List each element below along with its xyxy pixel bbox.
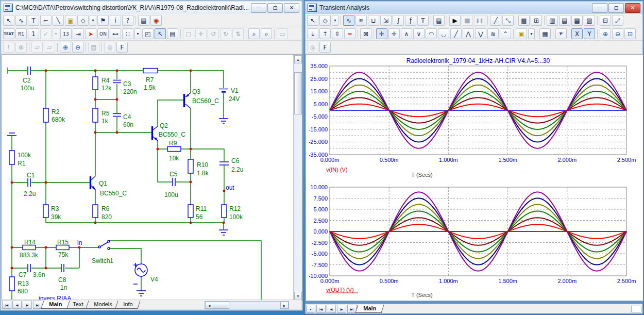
text-tool-icon[interactable]: T <box>417 15 429 26</box>
p-key-button[interactable]: 'P' <box>555 28 567 39</box>
properties-button[interactable]: ▤ <box>433 15 445 26</box>
step-plot-button[interactable]: ∫ <box>393 15 404 26</box>
pin-connections-button[interactable]: ⇥ <box>73 28 84 39</box>
component-c8[interactable] <box>61 264 64 272</box>
component-r6[interactable] <box>93 205 98 218</box>
next-sheet-button[interactable]: ▶ <box>23 301 32 309</box>
power-state-button[interactable]: ON <box>97 28 109 39</box>
bottom-envelope-button[interactable]: ⋁ <box>475 28 486 39</box>
trace-legend[interactable]: v(IN) (V) <box>326 167 348 173</box>
component-c2[interactable] <box>28 67 30 75</box>
schematic-canvas[interactable]: C2 100u R2 680k R4 12k C3 220n R5 1k C4 … <box>2 54 302 301</box>
peak-button[interactable]: ∧ <box>401 28 412 39</box>
valley-button[interactable]: ∨ <box>413 28 425 39</box>
top-envelope-button[interactable]: ⋀ <box>463 28 474 39</box>
ortho-wire-tool-icon[interactable]: ⌐ <box>40 15 52 26</box>
component-c5[interactable] <box>173 178 175 186</box>
zoom-in-button[interactable]: ⊕ <box>60 42 71 53</box>
scroll-up-button[interactable]: ▲ <box>294 55 302 63</box>
numeric-table-button[interactable]: ▦ <box>539 28 551 39</box>
scroll-right-button[interactable]: ▶ <box>280 302 289 309</box>
high-button[interactable]: ◠ <box>426 28 437 39</box>
scroll-grip[interactable] <box>631 306 641 312</box>
page-border-button[interactable]: ◰ <box>142 28 154 39</box>
polyline-tool-icon[interactable]: ⤡ <box>502 15 514 26</box>
horizontal-scrollbar[interactable]: ◀ ▶ <box>205 301 289 309</box>
component-r9[interactable] <box>167 147 181 152</box>
node-voltages-button[interactable]: 13 <box>60 28 72 39</box>
pattern-select-button[interactable]: ▩ <box>518 15 530 26</box>
shape-tool-dropdown[interactable]: ▾ <box>90 15 96 26</box>
function-button[interactable]: ƒ <box>405 15 416 26</box>
component-r1[interactable] <box>9 151 14 164</box>
component-r10[interactable] <box>188 159 193 173</box>
data-point-button[interactable]: ✛ <box>376 28 387 39</box>
find-small-button[interactable]: ⌕ <box>248 28 260 39</box>
prev-sheet-button[interactable]: ◀ <box>12 301 22 309</box>
tab-main[interactable]: Main <box>41 301 70 309</box>
pattern-grid-button[interactable]: ⊞ <box>531 15 542 26</box>
schematic-drawing[interactable]: C2 100u R2 680k R4 12k C3 220n R5 1k C4 … <box>2 55 294 301</box>
y-scale-button[interactable]: Y <box>584 28 595 39</box>
first-page-button[interactable]: |◀ <box>316 305 326 313</box>
tag-button[interactable]: ▣ <box>516 28 527 39</box>
flag-tool-icon[interactable]: ⚑ <box>97 15 109 26</box>
select-tool-icon[interactable]: ↖ <box>3 15 14 26</box>
x-scale-button[interactable]: X <box>571 28 583 39</box>
component-r3[interactable] <box>43 205 48 218</box>
global-extreme-button[interactable]: ⌃ <box>500 28 511 39</box>
component-q1[interactable] <box>90 176 95 190</box>
prev-page-button[interactable]: ◀ <box>327 305 336 313</box>
schematic-titlebar[interactable]: C:\MC9\DATA\Petrov\switching distortion\… <box>2 2 301 14</box>
vertical-scrollbar[interactable]: ▲ ▼ <box>293 55 302 301</box>
grid-dropdown[interactable]: ▾ <box>134 28 141 39</box>
component-box-tool-icon[interactable]: ▣ <box>65 15 76 26</box>
current-direction-button[interactable]: ➤ <box>85 28 96 39</box>
component-r12[interactable] <box>222 205 227 218</box>
component-c7[interactable] <box>28 264 30 272</box>
analysis-plot-button[interactable]: ∿ <box>343 15 354 26</box>
scroll-left-button[interactable]: ◀ <box>205 302 213 309</box>
attribute-text-button[interactable]: R1 <box>15 28 27 39</box>
font-button[interactable]: F <box>319 42 331 53</box>
select-tool-icon[interactable]: ↖ <box>307 15 318 26</box>
maximize-button[interactable]: ▢ <box>267 3 283 13</box>
hold-plot-button[interactable]: ⊔ <box>368 15 379 26</box>
text-tool-icon[interactable]: T <box>28 15 39 26</box>
properties-button[interactable]: ▤ <box>167 28 178 39</box>
close-button[interactable]: ✕ <box>284 3 299 13</box>
maximize-button[interactable]: ▢ <box>608 3 624 13</box>
close-button[interactable]: ✕ <box>625 3 640 13</box>
component-r2[interactable] <box>43 108 48 122</box>
find-button[interactable]: ⌕ <box>261 28 272 39</box>
component-r5[interactable] <box>93 108 98 122</box>
all-traces-button[interactable]: ≋ <box>487 28 499 39</box>
clipboard-page-button[interactable]: ▤ <box>138 15 149 26</box>
tab-info[interactable]: Info <box>115 301 141 309</box>
zoom-out-button[interactable]: ⊖ <box>612 28 623 39</box>
line-tool-icon[interactable]: ╱ <box>490 15 501 26</box>
shape-tool-dropdown[interactable]: ▾ <box>332 15 338 26</box>
plot-area[interactable]: 35.00025.00015.0005.000-5.000-15.000-25.… <box>306 54 643 301</box>
grid-vertical-button[interactable]: ▥ <box>547 15 558 26</box>
scroll-thumb[interactable] <box>213 302 229 309</box>
xy-axes-button[interactable]: ⊠ <box>360 28 371 39</box>
transient-plots[interactable]: 35.00025.00015.0005.000-5.000-15.000-25.… <box>309 55 639 301</box>
node-numbers-button[interactable]: 1 <box>28 28 39 39</box>
component-r7[interactable] <box>143 69 158 73</box>
scroll-down-button[interactable]: ▼ <box>294 292 302 300</box>
scale-format-button[interactable]: ⇲ <box>380 15 392 26</box>
component-c1[interactable] <box>28 178 30 187</box>
tab-main[interactable]: Main <box>355 305 384 313</box>
component-r13[interactable] <box>9 277 14 291</box>
component-q3[interactable] <box>183 93 191 108</box>
minimize-button[interactable]: — <box>251 3 266 13</box>
minimize-button[interactable]: — <box>592 3 607 13</box>
scroll-thumb[interactable] <box>294 72 302 114</box>
run-button[interactable]: ▶ <box>449 15 461 26</box>
first-sheet-button[interactable]: |◀ <box>2 301 11 309</box>
component-switch1[interactable] <box>98 240 110 250</box>
shape-tool-icon[interactable]: ◇ <box>319 15 331 26</box>
component-q2[interactable] <box>151 126 158 141</box>
node-label-out[interactable]: out <box>226 184 234 191</box>
